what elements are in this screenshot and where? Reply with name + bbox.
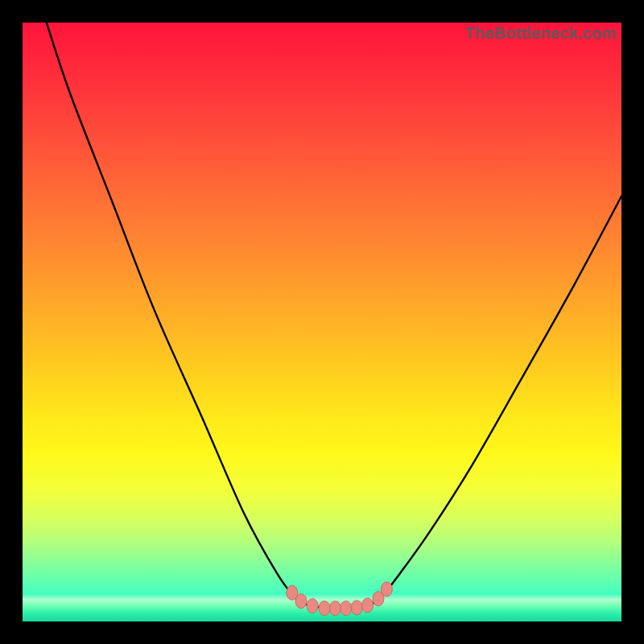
plot-area <box>23 23 621 621</box>
marker-dot <box>307 599 318 613</box>
marker-dot <box>381 582 392 597</box>
bottleneck-curve <box>47 23 621 609</box>
marker-dot <box>341 601 352 616</box>
marker-dot <box>329 601 341 616</box>
marker-dot <box>319 601 330 616</box>
chart-frame: TheBottleneck.com <box>0 0 644 644</box>
marker-dot <box>362 598 374 613</box>
watermark-text: TheBottleneck.com <box>465 24 617 43</box>
curve-layer <box>23 23 621 621</box>
marker-dot <box>295 594 307 609</box>
curve-markers <box>287 582 393 616</box>
marker-dot <box>351 601 362 615</box>
